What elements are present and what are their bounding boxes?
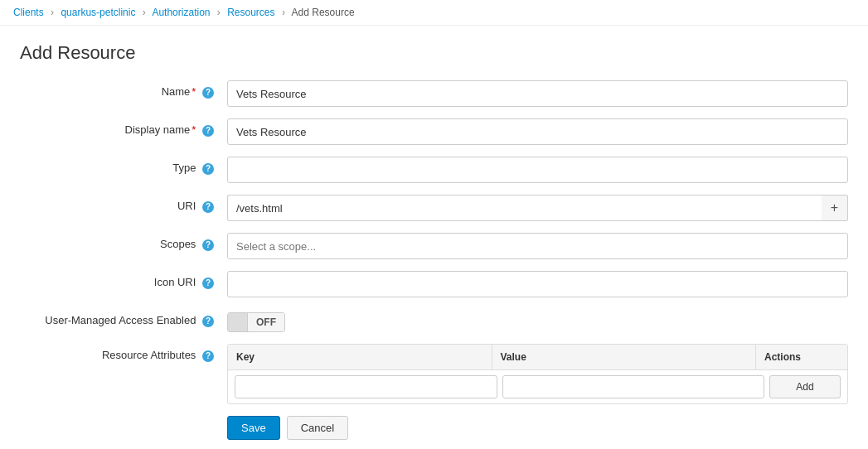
scopes-field-group: Scopes ? <box>20 233 848 259</box>
scopes-input[interactable] <box>227 233 848 259</box>
display-name-help-icon[interactable]: ? <box>202 125 214 137</box>
icon-uri-input[interactable] <box>227 271 848 297</box>
name-help-icon[interactable]: ? <box>202 87 214 99</box>
breadcrumb-sep-3: › <box>217 7 221 18</box>
uri-label: URI ? <box>20 195 227 213</box>
uma-toggle-label: OFF <box>248 313 284 331</box>
resource-attributes-group: Resource Attributes ? Key Value Actions … <box>20 344 848 404</box>
display-name-input[interactable] <box>227 118 848 145</box>
icon-uri-label: Icon URI ? <box>20 271 227 289</box>
scopes-label: Scopes ? <box>20 233 227 251</box>
uri-row: + <box>227 195 848 221</box>
col-key-header: Key <box>228 345 492 369</box>
cancel-button[interactable]: Cancel <box>287 416 348 440</box>
uma-label: User-Managed Access Enabled ? <box>20 309 227 327</box>
add-attribute-button[interactable]: Add <box>769 375 841 398</box>
attributes-row: Add <box>228 370 847 403</box>
display-name-required: * <box>192 123 196 136</box>
uma-toggle-container: OFF <box>227 309 285 332</box>
type-label: Type ? <box>20 157 227 175</box>
uma-toggle[interactable]: OFF <box>227 312 285 332</box>
icon-uri-help-icon[interactable]: ? <box>202 278 214 289</box>
display-name-label: Display name* ? <box>20 118 227 137</box>
uri-field-group: URI ? + <box>20 195 848 221</box>
icon-uri-field-group: Icon URI ? <box>20 271 848 297</box>
resource-attributes-help-icon[interactable]: ? <box>202 350 214 362</box>
form-actions: Save Cancel <box>20 416 848 440</box>
uri-add-button[interactable]: + <box>822 195 848 221</box>
uri-help-icon[interactable]: ? <box>202 201 214 213</box>
breadcrumb-quarkus[interactable]: quarkus-petclinic <box>61 7 135 18</box>
display-name-field-group: Display name* ? <box>20 118 848 145</box>
breadcrumb-sep-2: › <box>143 7 146 18</box>
name-input[interactable] <box>227 80 848 107</box>
breadcrumb-sep-1: › <box>51 7 54 18</box>
save-button[interactable]: Save <box>227 416 280 440</box>
type-field-group: Type ? <box>20 157 848 183</box>
breadcrumb-current: Add Resource <box>292 7 355 18</box>
uma-field-group: User-Managed Access Enabled ? OFF <box>20 309 848 332</box>
page-title: Add Resource <box>20 42 848 64</box>
attributes-table: Key Value Actions Add <box>227 344 848 404</box>
name-label: Name* ? <box>20 80 227 99</box>
type-help-icon[interactable]: ? <box>202 163 214 175</box>
breadcrumb-authorization[interactable]: Authorization <box>152 7 210 18</box>
breadcrumb-clients[interactable]: Clients <box>13 7 44 18</box>
breadcrumb-resources[interactable]: Resources <box>227 7 274 18</box>
uri-input[interactable] <box>227 195 822 221</box>
uma-help-icon[interactable]: ? <box>202 316 214 327</box>
breadcrumb: Clients › quarkus-petclinic › Authorizat… <box>0 0 868 26</box>
col-actions-header: Actions <box>756 345 847 369</box>
name-required: * <box>192 85 196 98</box>
attr-key-input[interactable] <box>235 375 497 398</box>
type-input[interactable] <box>227 157 848 183</box>
scopes-help-icon[interactable]: ? <box>202 239 214 251</box>
attr-value-input[interactable] <box>502 375 765 398</box>
col-value-header: Value <box>492 345 757 369</box>
name-field-group: Name* ? <box>20 80 848 107</box>
breadcrumb-sep-4: › <box>282 7 285 18</box>
attributes-header: Key Value Actions <box>228 345 847 370</box>
resource-attributes-label: Resource Attributes ? <box>20 344 227 362</box>
page-content: Add Resource Name* ? Display name* ? Typ… <box>0 26 868 449</box>
uma-toggle-knob <box>228 312 248 332</box>
